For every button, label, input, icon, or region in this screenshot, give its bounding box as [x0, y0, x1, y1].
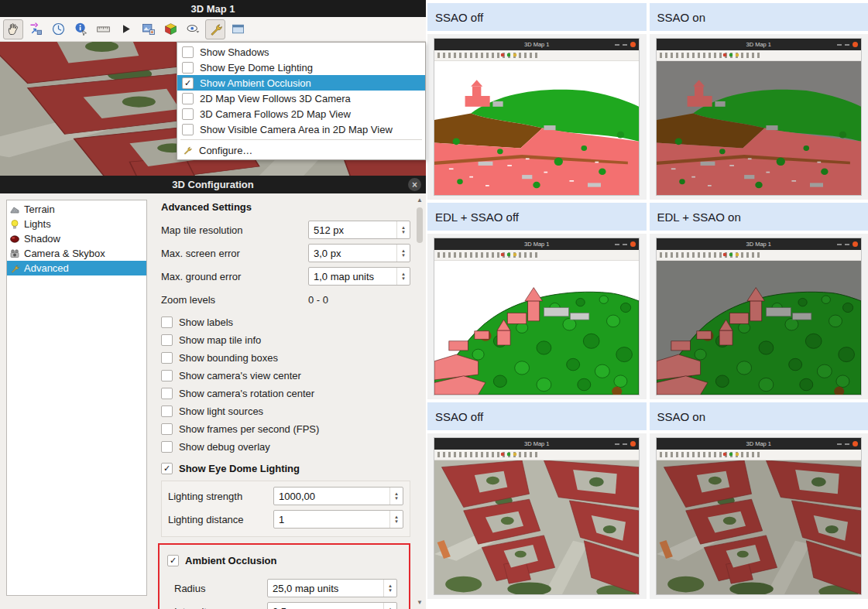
camera-move-icon[interactable]: [26, 19, 46, 39]
radius-spinbox[interactable]: 25,0 map units ▴▾: [267, 579, 397, 597]
lighting-strength-spinbox[interactable]: 1000,00 ▴▾: [273, 487, 403, 505]
toggle-show-bounding-boxes[interactable]: Show bounding boxes: [161, 349, 410, 367]
toggle-show-debug-overlay[interactable]: Show debug overlay: [161, 438, 410, 456]
checkbox-checked[interactable]: ✓: [161, 463, 173, 474]
field-label: Lighting distance: [168, 514, 273, 525]
checkbox[interactable]: [182, 46, 194, 58]
render-ssao-on-flat: [657, 61, 861, 195]
pan-icon[interactable]: [3, 19, 23, 39]
menu-item-configure[interactable]: Configure…: [177, 142, 425, 158]
ambient-occlusion-annotation-box: ✓ Ambient Occlusion Radius 25,0 map unit…: [158, 543, 410, 609]
map-tile-resolution-spinbox[interactable]: 512 px ▴▾: [308, 221, 410, 239]
menu-item-2d-follows-3d[interactable]: 2D Map View Follows 3D Camera: [177, 91, 425, 106]
axis-cube-icon[interactable]: [160, 19, 180, 39]
checkbox[interactable]: [161, 334, 173, 346]
sidebar-item-label: Shadow: [24, 233, 60, 245]
mini-close-icon: [853, 42, 858, 47]
zoom-levels-value: 0 - 0: [308, 294, 410, 306]
toggle-show-labels[interactable]: Show labels: [161, 313, 410, 331]
checkbox[interactable]: [161, 316, 173, 328]
dialog-titlebar: 3D Configuration ×: [0, 176, 426, 193]
mini-window-titlebar: 3D Map 1: [434, 39, 639, 50]
checkbox-checked[interactable]: ✓: [182, 77, 194, 89]
spinbox-value: 1000,00: [274, 491, 389, 502]
max-ground-error-spinbox[interactable]: 1,0 map units ▴▾: [308, 267, 410, 286]
sidebar-item-terrain[interactable]: Terrain: [7, 202, 146, 217]
toggle-show-camera-view-center[interactable]: Show camera's view center: [161, 367, 410, 385]
mini-window-titlebar: 3D Map 1: [434, 438, 639, 450]
menu-item-show-eye-dome-lighting[interactable]: Show Eye Dome Lighting: [177, 60, 425, 75]
max-screen-error-spinbox[interactable]: 3,0 px ▴▾: [308, 244, 410, 262]
checkbox-checked[interactable]: ✓: [167, 555, 179, 566]
effects-eye-icon[interactable]: [183, 19, 203, 39]
spinbox-arrows[interactable]: ▴▾: [396, 268, 410, 285]
checkbox[interactable]: [161, 405, 173, 417]
spinbox-arrows[interactable]: ▴▾: [389, 488, 403, 505]
sidebar-item-shadow[interactable]: Shadow: [7, 231, 146, 246]
animation-clock-icon[interactable]: [48, 19, 68, 39]
toggle-show-map-tile-info[interactable]: Show map tile info: [161, 331, 410, 349]
toggle-show-light-sources[interactable]: Show light sources: [161, 402, 410, 420]
checkbox[interactable]: [182, 93, 194, 104]
scroll-down-arrow[interactable]: ▼: [417, 599, 423, 606]
toggle-show-camera-rotation-center[interactable]: Show camera's rotation center: [161, 385, 410, 402]
checkbox[interactable]: [182, 62, 194, 74]
scroll-up-arrow[interactable]: ▲: [417, 197, 423, 204]
mini-map-window: 3D Map 1: [434, 238, 640, 395]
checkbox[interactable]: [161, 352, 173, 364]
field-map-tile-resolution: Map tile resolution 512 px ▴▾: [161, 221, 410, 239]
menu-item-3d-follows-2d[interactable]: 3D Camera Follows 2D Map View: [177, 106, 425, 121]
sidebar-item-lights[interactable]: Lights: [7, 217, 146, 231]
scrollbar-thumb[interactable]: [417, 207, 423, 243]
comparison-image-cell: 3D Map 1: [427, 433, 647, 599]
sidebar-item-advanced[interactable]: Advanced: [7, 261, 146, 275]
ao-group-box: Radius 25,0 map units ▴▾ Intensity 0,5 ▴…: [167, 573, 404, 609]
intensity-spinbox[interactable]: 0,5 ▴▾: [267, 602, 397, 609]
field-label: Zoom levels: [161, 294, 308, 306]
checkbox[interactable]: [161, 441, 173, 453]
sidebar-item-camera-skybox[interactable]: Camera & Skybox: [7, 246, 146, 261]
toggle-label: Show debug overlay: [179, 441, 270, 453]
checkbox[interactable]: [161, 423, 173, 435]
menu-item-show-shadows[interactable]: Show Shadows: [177, 44, 425, 60]
menu-item-show-visible-camera-area[interactable]: Show Visible Camera Area in 2D Map View: [177, 121, 425, 137]
comparison-header-right: SSAO on: [650, 402, 868, 430]
play-icon[interactable]: [115, 19, 136, 39]
toggle-show-fps[interactable]: Show frames per second (FPS): [161, 420, 410, 438]
mini-map-window: 3D Map 1: [656, 437, 862, 595]
spinbox-value: 3,0 px: [309, 248, 396, 259]
config-dialog: 3D Configuration × Terrain Lights Shadow: [0, 176, 426, 609]
sidebar-item-label: Camera & Skybox: [24, 248, 105, 259]
mini-close-icon: [853, 441, 858, 446]
spinbox-arrows[interactable]: ▴▾: [383, 580, 396, 597]
mini-window-toolbar: [434, 50, 639, 61]
ao-group-title[interactable]: ✓ Ambient Occlusion: [167, 551, 404, 570]
close-button[interactable]: ×: [408, 178, 421, 191]
terrain-icon: [9, 204, 20, 215]
spinbox-arrows[interactable]: ▴▾: [389, 511, 403, 528]
comparison-panel: SSAO off SSAO on 3D Map 1: [427, 0, 868, 609]
checkbox[interactable]: [182, 124, 194, 135]
lighting-distance-spinbox[interactable]: 1 ▴▾: [273, 510, 403, 529]
spinbox-arrows[interactable]: ▴▾: [396, 221, 410, 238]
edl-group-title[interactable]: ✓ Show Eye Dome Lighting: [161, 459, 410, 477]
checkbox[interactable]: [161, 370, 173, 381]
spinbox-value: 1: [274, 514, 389, 525]
map-toolbar: [0, 17, 426, 42]
edl-group-box: Lighting strength 1000,00 ▴▾ Lighting di…: [161, 481, 410, 537]
menu-item-show-ambient-occlusion[interactable]: ✓ Show Ambient Occlusion: [177, 75, 425, 91]
dock-panel-icon[interactable]: [228, 19, 248, 39]
group-label: Show Eye Dome Lighting: [179, 463, 300, 474]
checkbox[interactable]: [182, 108, 194, 120]
identify-icon[interactable]: [70, 19, 91, 39]
measure-icon[interactable]: [93, 19, 113, 39]
comparison-row-2: EDL + SSAO off EDL + SSAO on 3D Map 1: [427, 203, 868, 399]
dialog-scrollbar[interactable]: ▲ ▼: [415, 197, 424, 606]
spinbox-arrows[interactable]: ▴▾: [396, 245, 410, 262]
mini-map-window: 3D Map 1: [434, 38, 640, 196]
export-image-icon[interactable]: [138, 19, 158, 39]
map-window-title: 3D Map 1: [190, 3, 235, 15]
options-wrench-icon[interactable]: [205, 19, 225, 39]
spinbox-arrows[interactable]: ▴▾: [383, 603, 396, 609]
checkbox[interactable]: [161, 388, 173, 399]
